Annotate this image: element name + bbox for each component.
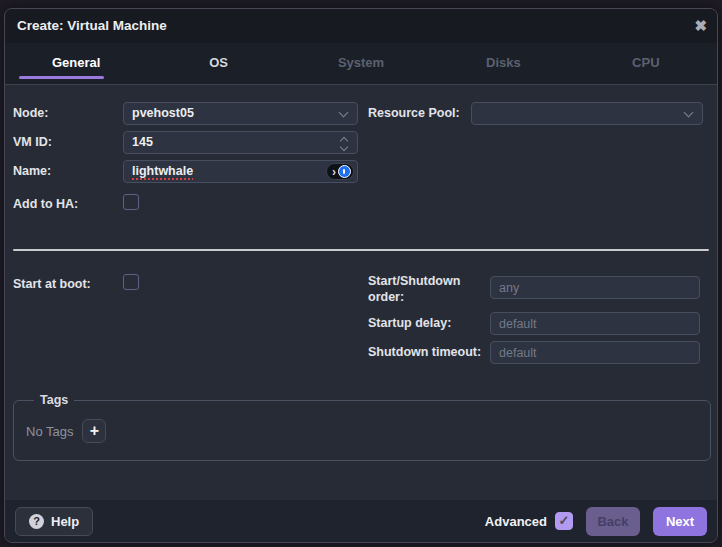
name-label: Name: — [13, 164, 51, 178]
node-value: pvehost05 — [132, 106, 194, 120]
resource-pool-label: Resource Pool: — [368, 106, 460, 120]
add-tag-button[interactable]: + — [82, 419, 106, 443]
create-vm-dialog: Create: Virtual Machine ✖ General OS Sys… — [4, 8, 718, 543]
chevron-down-icon — [339, 108, 349, 118]
node-label: Node: — [13, 106, 48, 120]
chevron-down-icon — [684, 108, 694, 118]
onepassword-icon — [338, 165, 351, 178]
startup-delay-label: Startup delay: — [368, 316, 451, 330]
vm-id-value: 145 — [132, 135, 153, 149]
help-button-label: Help — [51, 514, 79, 529]
tab-os[interactable]: OS — [147, 43, 289, 84]
tab-disks: Disks — [432, 43, 574, 84]
add-to-ha-checkbox[interactable] — [123, 194, 139, 210]
help-button[interactable]: ? Help — [15, 507, 93, 536]
startup-delay-input[interactable] — [490, 312, 700, 335]
tags-fieldset: Tags No Tags + — [13, 393, 711, 461]
back-button[interactable]: Back — [586, 507, 640, 536]
advanced-checkbox[interactable]: ✓ — [555, 512, 573, 530]
check-icon: ✓ — [559, 513, 570, 528]
no-tags-text: No Tags — [26, 424, 73, 439]
dialog-title: Create: Virtual Machine — [17, 9, 167, 43]
close-icon[interactable]: ✖ — [694, 9, 707, 43]
add-to-ha-label: Add to HA: — [13, 197, 78, 211]
resource-pool-combobox[interactable] — [471, 102, 703, 125]
name-input[interactable]: lightwhale › — [123, 160, 358, 183]
node-combobox[interactable]: pvehost05 — [123, 102, 358, 125]
onepassword-fill-button[interactable]: › — [326, 163, 354, 180]
shutdown-timeout-input[interactable] — [490, 341, 700, 364]
vm-id-label: VM ID: — [13, 135, 52, 149]
tab-cpu: CPU — [575, 43, 717, 84]
start-at-boot-checkbox[interactable] — [123, 274, 139, 290]
spinner-down-icon[interactable] — [340, 143, 348, 151]
onepassword-chevron-icon: › — [332, 165, 336, 179]
tags-legend: Tags — [34, 393, 74, 407]
section-divider — [13, 249, 709, 251]
wizard-tabbar: General OS System Disks CPU — [5, 43, 717, 85]
start-shutdown-order-label: Start/Shutdown order: — [368, 273, 480, 306]
start-shutdown-order-input[interactable] — [490, 276, 700, 299]
start-at-boot-label: Start at boot: — [13, 277, 91, 291]
help-icon: ? — [29, 514, 44, 529]
next-button[interactable]: Next — [653, 507, 707, 536]
name-value: lightwhale — [132, 164, 193, 178]
shutdown-timeout-label: Shutdown timeout: — [368, 345, 481, 359]
dialog-footer: ? Help Advanced ✓ Back Next — [5, 500, 717, 542]
dialog-titlebar: Create: Virtual Machine ✖ — [5, 9, 717, 43]
advanced-label: Advanced — [485, 514, 547, 529]
vm-id-spinner[interactable]: 145 — [123, 131, 358, 154]
tags-row: No Tags + — [26, 419, 698, 443]
tab-general[interactable]: General — [5, 43, 147, 84]
tab-system: System — [290, 43, 432, 84]
plus-icon: + — [90, 422, 99, 439]
